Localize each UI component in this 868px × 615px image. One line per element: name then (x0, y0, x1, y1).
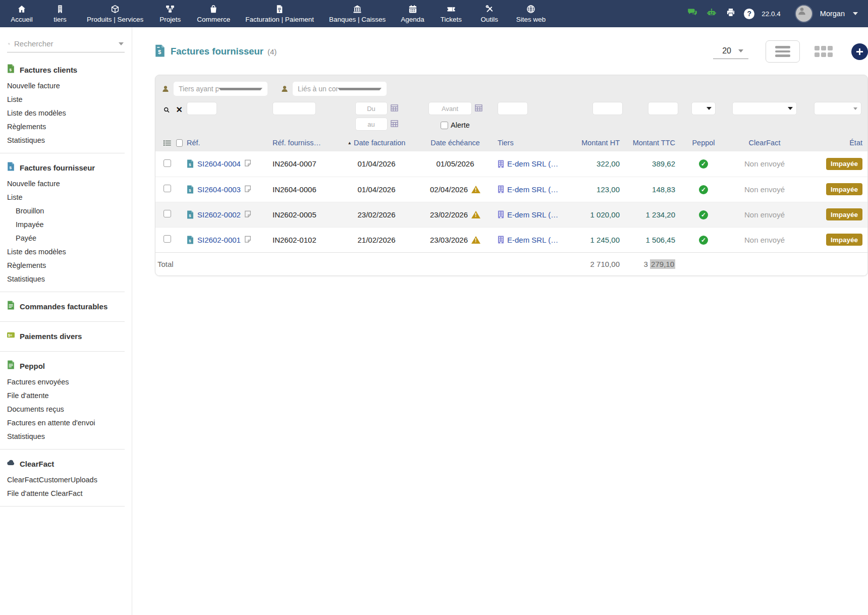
filter-contact-dropdown[interactable]: Liés à un contact utilisat… (293, 82, 387, 96)
note-icon[interactable] (244, 185, 251, 194)
sidebar-item[interactable]: File d'attente ClearFact (0, 486, 132, 500)
filter-ref-fourn-input[interactable] (273, 102, 316, 115)
filter-date-au-input[interactable] (355, 118, 388, 131)
avatar[interactable] (795, 5, 813, 23)
filter-tiers-dropdown[interactable]: Tiers ayant pour comme… (174, 82, 267, 96)
nav-banques-caisses[interactable]: Banques | Caisses (329, 4, 386, 23)
kanban-view-button[interactable] (813, 40, 836, 63)
fields-selector-icon[interactable] (164, 139, 171, 147)
sidebar-section-factures-fournisseur[interactable]: $ Factures fournisseur (0, 157, 132, 177)
sidebar-section-paiements-divers[interactable]: $= Paiements divers (0, 326, 132, 345)
column-header-clearfact[interactable]: ClearFact (727, 137, 802, 151)
filter-etat-select[interactable] (814, 102, 861, 115)
filter-tiers-input[interactable] (498, 102, 528, 115)
invoice-ref-link[interactable]: SI2604-0004 (197, 159, 241, 168)
column-header-date-facturation[interactable]: ▲Date facturation (338, 137, 415, 151)
select-all-checkbox[interactable] (176, 139, 183, 147)
filter-date-du-input[interactable] (355, 102, 388, 115)
invoice-ref-link[interactable]: SI2604-0003 (197, 185, 241, 194)
sidebar-search-input[interactable] (14, 39, 115, 48)
column-header-date-echeance[interactable]: Date échéance (415, 137, 496, 151)
filter-ref-input[interactable] (187, 102, 217, 115)
sidebar-item[interactable]: Payée (0, 231, 132, 245)
column-header-montant-ht[interactable]: Montant HT (568, 137, 625, 151)
nav-accueil[interactable]: Accueil (10, 4, 33, 23)
calendar-icon[interactable] (475, 104, 482, 114)
sidebar-item[interactable]: Nouvelle facture (0, 177, 132, 190)
sidebar-item[interactable]: Statistiques (0, 272, 132, 286)
robot-icon[interactable] (706, 8, 718, 20)
sidebar-item[interactable]: File d'attente (0, 388, 132, 402)
invoice-ref-link[interactable]: SI2602-0002 (197, 210, 241, 219)
sidebar-item[interactable]: Factures en attente d'envoi (0, 416, 132, 429)
sidebar-item[interactable]: Règlements (0, 258, 132, 272)
column-header-tiers[interactable]: Tiers (496, 137, 568, 151)
chevron-down-icon[interactable] (853, 12, 858, 15)
sidebar-item[interactable]: Liste (0, 190, 132, 204)
user-menu[interactable]: Morgan (820, 10, 845, 18)
filter-avant-input[interactable] (428, 102, 472, 115)
tiers-link[interactable]: E-dem SRL (… (507, 159, 558, 168)
row-checkbox[interactable] (164, 235, 171, 243)
sidebar-item[interactable]: Liste (0, 92, 132, 106)
sidebar-item[interactable]: Statistiques (0, 133, 132, 147)
create-invoice-button[interactable] (851, 43, 868, 60)
column-header-montant-ttc[interactable]: Montant TTC (625, 137, 680, 151)
alerte-checkbox[interactable] (441, 122, 448, 129)
cube-icon (110, 4, 121, 14)
nav-produits-services[interactable]: Produits | Services (87, 4, 143, 23)
calendar-icon[interactable] (391, 104, 398, 114)
sidebar-item[interactable]: Statistiques (0, 429, 132, 443)
nav-facturation-paiement[interactable]: $ Facturation | Paiement (245, 4, 314, 23)
chevron-down-icon[interactable] (119, 42, 124, 45)
note-icon[interactable] (244, 159, 251, 168)
montant-ttc: 389,62 (625, 151, 680, 177)
filter-clearfact-select[interactable] (732, 102, 797, 115)
sidebar-section-factures-clients[interactable]: $ Factures clients (0, 60, 132, 79)
nav-tickets[interactable]: Tickets (440, 4, 463, 23)
sidebar-item[interactable]: Règlements (0, 120, 132, 133)
tiers-link[interactable]: E-dem SRL (… (507, 185, 558, 194)
note-icon[interactable] (244, 210, 251, 219)
sidebar-item[interactable]: ClearFactCustomerUploads (0, 473, 132, 486)
nav-sites-web[interactable]: Sites web (516, 4, 546, 23)
sidebar-item[interactable]: Brouillon (0, 204, 132, 217)
tiers-link[interactable]: E-dem SRL (… (507, 210, 558, 219)
filter-peppol-select[interactable] (691, 102, 716, 115)
nav-outils[interactable]: Outils (478, 4, 501, 23)
invoice-ref-link[interactable]: SI2602-0001 (197, 236, 241, 244)
sidebar-item[interactable]: Liste des modèles (0, 106, 132, 120)
sidebar-item[interactable]: Documents reçus (0, 402, 132, 416)
sidebar-search[interactable] (7, 36, 125, 52)
row-checkbox[interactable] (164, 159, 171, 167)
calendar-icon[interactable] (391, 120, 398, 129)
page-size-select[interactable]: 20 (713, 44, 748, 59)
nav-projets[interactable]: Projets (158, 4, 182, 23)
print-icon[interactable] (725, 8, 737, 20)
column-header-etat[interactable]: État (802, 137, 867, 151)
row-checkbox[interactable] (164, 185, 171, 192)
column-header-ref-fourn[interactable]: Réf. fourniss… (270, 137, 338, 151)
sidebar-item[interactable]: Liste des modèles (0, 245, 132, 258)
column-header-peppol[interactable]: Peppol (680, 137, 727, 151)
chat-icon[interactable] (686, 8, 698, 20)
note-icon[interactable] (244, 236, 251, 244)
help-icon[interactable]: ? (744, 9, 754, 19)
list-view-button[interactable] (766, 40, 800, 63)
sidebar-section-peppol[interactable]: Peppol (0, 356, 132, 375)
sidebar-section-commandes-facturables[interactable]: Commandes facturables (0, 296, 132, 315)
tiers-link[interactable]: E-dem SRL (… (507, 236, 558, 244)
sidebar-item[interactable]: Impayée (0, 217, 132, 231)
nav-agenda[interactable]: Agenda (401, 4, 424, 23)
nav-tiers[interactable]: tiers (48, 4, 72, 23)
clear-filters-icon[interactable]: ✕ (176, 106, 183, 114)
sidebar-section-clearfact[interactable]: ClearFact (0, 454, 132, 473)
search-icon[interactable] (164, 106, 170, 114)
row-checkbox[interactable] (164, 210, 171, 217)
column-header-ref[interactable]: Réf. (185, 137, 270, 151)
sidebar-item[interactable]: Nouvelle facture (0, 79, 132, 92)
sidebar-item[interactable]: Factures envoyées (0, 375, 132, 388)
nav-commerce[interactable]: Commerce (197, 4, 230, 23)
filter-montant-ht-input[interactable] (592, 102, 623, 115)
filter-montant-ttc-input[interactable] (648, 102, 678, 115)
